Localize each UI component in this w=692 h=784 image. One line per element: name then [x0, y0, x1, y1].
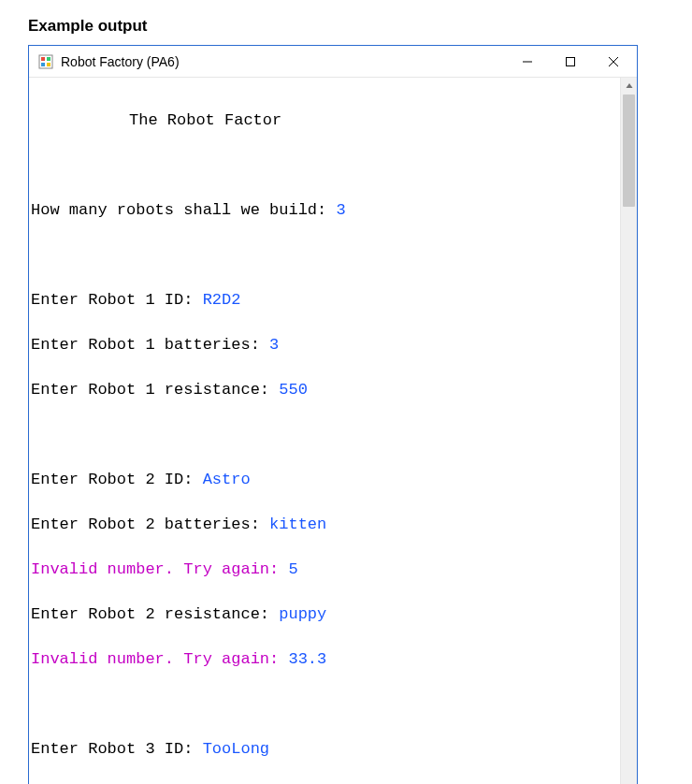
scrollbar-track[interactable]: [621, 94, 637, 784]
prompt-text: Enter Robot 1 ID:: [31, 291, 203, 309]
prompt-text: How many robots shall we build:: [31, 201, 336, 219]
user-input: 3: [269, 336, 279, 354]
prompt-text: Enter Robot 2 ID:: [31, 471, 203, 488]
scroll-up-button[interactable]: [621, 78, 637, 94]
example-output-label: Example output: [28, 17, 664, 36]
vertical-scrollbar[interactable]: [620, 78, 637, 784]
prompt-text: Enter Robot 3 ID:: [31, 740, 203, 758]
app-icon: [38, 54, 53, 69]
close-button[interactable]: [592, 48, 635, 76]
prompt-text: Enter Robot 1 resistance:: [31, 381, 279, 399]
user-input: 33.3: [288, 650, 326, 668]
user-input: R2D2: [203, 291, 241, 309]
user-input: 550: [279, 381, 308, 399]
titlebar: Robot Factory (PA6): [29, 46, 637, 78]
prompt-line: Enter Robot 2 ID: Astro: [31, 469, 620, 491]
console-output: The Robot Factor How many robots shall w…: [29, 78, 620, 784]
prompt-line: Enter Robot 1 batteries: 3: [31, 334, 620, 356]
chevron-up-icon: [626, 82, 633, 90]
user-input: TooLong: [203, 740, 269, 758]
svg-marker-9: [626, 83, 632, 88]
prompt-line: Enter Robot 2 batteries: kitten: [31, 514, 620, 536]
prompt-line: How many robots shall we build: 3: [31, 199, 620, 222]
error-prompt: Invalid number. Try again:: [31, 650, 288, 668]
error-line: Invalid number. Try again: 5: [31, 559, 620, 581]
close-icon: [609, 57, 618, 66]
prompt-line: Enter Robot 1 resistance: 550: [31, 379, 620, 401]
prompt-text: Enter Robot 1 batteries:: [31, 336, 269, 354]
minimize-icon: [523, 57, 532, 66]
minimize-button[interactable]: [506, 48, 549, 76]
svg-rect-1: [41, 57, 45, 61]
svg-rect-3: [41, 63, 45, 66]
user-input: kitten: [269, 515, 326, 533]
client-area: The Robot Factor How many robots shall w…: [29, 78, 637, 784]
svg-rect-6: [567, 57, 575, 65]
maximize-icon: [566, 57, 575, 66]
user-input: Astro: [203, 471, 251, 488]
svg-rect-4: [47, 63, 50, 66]
prompt-line: Enter Robot 2 resistance: puppy: [31, 603, 620, 626]
svg-rect-2: [47, 57, 50, 61]
error-prompt: Invalid number. Try again:: [31, 560, 288, 578]
blank-line: [31, 424, 620, 446]
user-input: 5: [288, 560, 297, 578]
maximize-button[interactable]: [549, 48, 592, 76]
user-input: puppy: [279, 605, 326, 623]
scrollbar-thumb[interactable]: [623, 94, 635, 207]
prompt-line: Enter Robot 3 ID: TooLong: [31, 738, 620, 761]
app-window: Robot Factory (PA6) The Robot Factor How…: [28, 45, 638, 784]
blank-line: [31, 244, 620, 267]
window-title: Robot Factory (PA6): [61, 54, 180, 69]
blank-line: [31, 154, 620, 177]
prompt-text: Enter Robot 2 resistance:: [31, 605, 279, 623]
program-header: The Robot Factor: [31, 109, 620, 132]
prompt-line: Enter Robot 1 ID: R2D2: [31, 289, 620, 312]
error-line: Invalid number. Try again: 33.3: [31, 648, 620, 671]
user-input: 3: [336, 201, 345, 219]
blank-line: [31, 693, 620, 716]
prompt-text: Enter Robot 2 batteries:: [31, 515, 269, 533]
